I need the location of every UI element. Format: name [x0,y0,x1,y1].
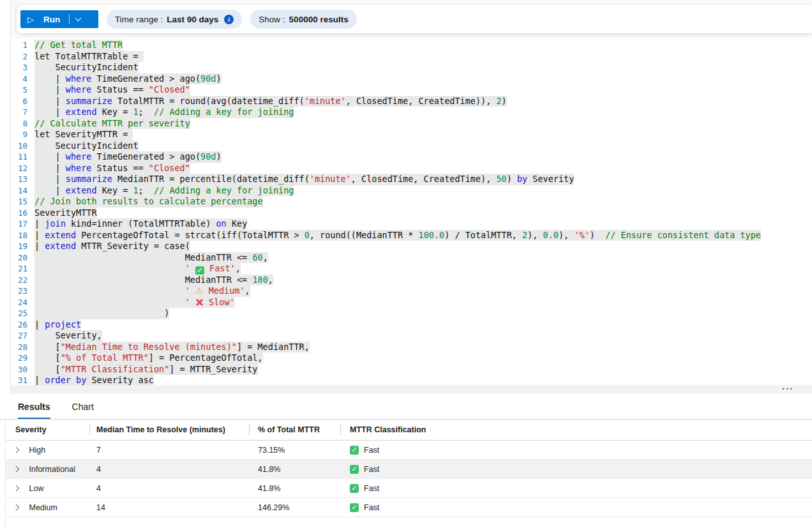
line-number: 20 [11,252,27,264]
code-line[interactable]: 10 SecurityIncident [11,140,812,152]
tab-results[interactable]: Results [18,402,50,419]
line-number: 2 [11,51,27,63]
warning-emoji-icon: ⚠ [195,285,204,296]
code-line[interactable]: 19| extend MTTR_Severity = case( [11,241,812,252]
code-line[interactable]: 28 ["Median Time to Resolve (minutes)"] … [11,342,812,353]
code-line[interactable]: 18| extend PercentageOfTotal = strcat(if… [11,230,812,241]
code-text: ["MTTR Classification"] = MTTR_Severity [34,364,258,375]
code-text: ["Median Time to Resolve (minutes)"] = M… [34,342,310,353]
line-number: 3 [11,62,27,73]
results-rows: High773.15%✓FastInformational441.8%✓Fast… [6,441,812,517]
severity-cell: High [6,446,90,455]
code-text: ' ✓ Fast', [34,263,241,275]
code-line[interactable]: 20 MedianTTR <= 60, [11,252,812,264]
code-line[interactable]: 17| join kind=inner (TotalMTTRTable) on … [11,218,812,230]
table-row[interactable]: High773.15%✓Fast [6,441,812,460]
code-line[interactable]: 16SeverityMTTR [11,208,812,219]
query-editor-pane: ▷ Run Time range : Last 90 days i Show :… [10,0,812,394]
code-line[interactable]: 7 | extend Key = 1; // Adding a key for … [11,107,812,118]
code-text: ' ⚠ Medium', [34,285,250,297]
more-dots-icon: ••• [783,386,794,392]
code-text: // Calculate MTTR per severity [34,118,190,130]
code-line[interactable]: 1// Get total MTTR [11,40,812,51]
column-header-pct-total[interactable]: % of Total MTTR [250,420,341,440]
expand-chevron-icon[interactable] [13,504,19,510]
check-emoji-icon: ✓ [350,484,359,493]
info-icon[interactable]: i [224,15,234,24]
code-line[interactable]: 15// Join both results to calculate perc… [11,196,812,208]
code-text: SecurityIncident [34,140,139,152]
classification-value: Fast [364,465,379,474]
code-line[interactable]: 31| order by Severity asc [11,375,812,385]
line-number: 5 [11,84,27,96]
code-line[interactable]: 22 MedianTTR <= 180, [11,275,812,286]
code-line[interactable]: 24 ' Slow' [11,297,812,308]
classification-value: Fast [364,484,379,493]
column-header-severity[interactable]: Severity [6,420,90,440]
code-text: let SeverityMTTR = [34,129,133,140]
code-text: | extend MTTR_Severity = case( [34,241,190,252]
code-line[interactable]: 3 SecurityIncident [11,62,812,73]
table-row[interactable]: Medium14146.29%✓Fast [6,498,812,517]
severity-cell: Medium [6,503,90,512]
table-row[interactable]: Low441.8%✓Fast [6,479,812,498]
code-text: | extend Key = 1; // Adding a key for jo… [34,107,294,118]
code-line[interactable]: 6 | summarize TotalMTTR = round(avg(date… [11,96,812,107]
line-number: 22 [11,275,27,286]
expand-chevron-icon[interactable] [13,485,19,491]
code-line[interactable]: 9let SeverityMTTR = [11,129,812,140]
code-line[interactable]: 13 | summarize MedianTTR = percentile(da… [11,174,812,185]
code-line[interactable]: 4 | where TimeGenerated > ago(90d) [11,73,812,85]
line-number: 10 [11,140,27,152]
line-number: 28 [11,342,27,353]
time-range-pill[interactable]: Time range : Last 90 days i [107,10,242,29]
code-line[interactable]: 25 ) [11,308,812,319]
editor-resize-handle[interactable]: ••• [11,385,812,394]
code-lines: 1// Get total MTTR2let TotalMTTRTable = … [11,40,812,385]
run-dropdown-chevron-icon[interactable] [75,15,82,21]
code-text: | where Status == "Closed" [34,84,190,96]
table-row[interactable]: Informational441.8%✓Fast [6,460,812,479]
code-line[interactable]: 26| project [11,319,812,331]
median-time-cell: 4 [90,484,250,493]
code-text: let TotalMTTRTable = [34,51,144,63]
results-pane: Results Chart Severity Median Time to Re… [0,394,812,530]
code-line[interactable]: 21 ' ✓ Fast', [11,263,812,275]
code-line[interactable]: 27 Severity, [11,330,812,342]
severity-cell: Informational [6,465,90,474]
tab-chart[interactable]: Chart [72,402,94,419]
code-line[interactable]: 8// Calculate MTTR per severity [11,118,812,130]
run-button[interactable]: ▷ Run [20,10,98,28]
code-line[interactable]: 11 | where TimeGenerated > ago(90d) [11,151,812,163]
line-number: 11 [11,151,27,163]
line-number: 12 [11,163,27,174]
code-text: MedianTTR <= 180, [34,275,273,286]
severity-cell: Low [6,484,90,493]
line-number: 18 [11,230,27,241]
code-line[interactable]: 23 ' ⚠ Medium', [11,285,812,297]
code-text: | where TimeGenerated > ago(90d) [34,73,222,85]
classification-cell: ✓Fast [341,503,812,512]
code-text: ) [34,308,169,319]
column-header-median-time[interactable]: Median Time to Resolve (minutes) [90,420,250,440]
column-header-classification[interactable]: MTTR Classification [341,420,812,440]
expand-chevron-icon[interactable] [13,447,19,453]
median-time-cell: 4 [90,465,250,474]
line-number: 15 [11,196,27,208]
table-header-row: Severity Median Time to Resolve (minutes… [6,420,812,441]
cross-emoji-icon [195,298,204,307]
line-number: 30 [11,364,27,375]
code-editor[interactable]: 1// Get total MTTR2let TotalMTTRTable = … [11,38,812,385]
code-line[interactable]: 2let TotalMTTRTable = [11,51,812,63]
code-line[interactable]: 30 ["MTTR Classification"] = MTTR_Severi… [11,364,812,375]
run-button-label: Run [43,15,60,24]
toolbar-region: ▷ Run Time range : Last 90 days i Show :… [11,0,812,38]
line-number: 25 [11,308,27,319]
code-line[interactable]: 14 | extend Key = 1; // Adding a key for… [11,185,812,197]
show-results-pill[interactable]: Show : 500000 results [250,10,356,29]
code-line[interactable]: 29 ["% of Total MTTR"] = PercentageOfTot… [11,352,812,364]
code-line[interactable]: 12 | where Status == "Closed" [11,163,812,174]
code-line[interactable]: 5 | where Status == "Closed" [11,84,812,96]
median-time-cell: 14 [90,503,250,512]
expand-chevron-icon[interactable] [13,466,19,472]
